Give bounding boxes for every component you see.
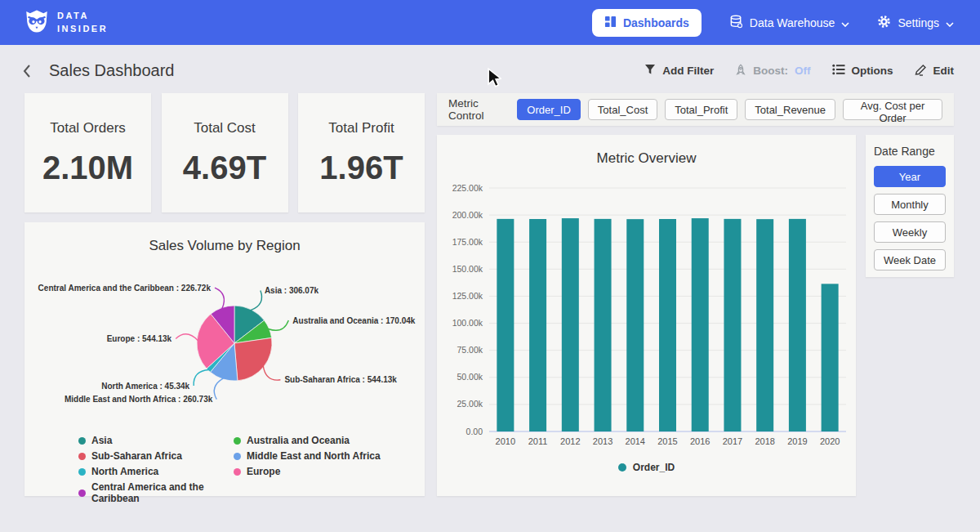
date-range-weekly[interactable]: Weekly — [874, 221, 946, 243]
bar-chart-legend: Order_ID — [437, 462, 856, 473]
kpi-value: 1.96T — [298, 150, 425, 186]
pie-callout-line-sub-saharan-africa — [263, 366, 280, 380]
edit-button[interactable]: Edit — [915, 64, 955, 78]
nav-dashboards-button[interactable]: Dashboards — [592, 9, 702, 37]
add-filter-label: Add Filter — [662, 65, 714, 77]
date-range-year[interactable]: Year — [874, 166, 946, 187]
owl-logo-icon — [24, 9, 49, 37]
back-button[interactable] — [23, 64, 31, 78]
pie-label-asia: Asia : 306.07k — [265, 286, 319, 295]
x-label-2013: 2013 — [593, 436, 612, 446]
pencil-icon — [915, 64, 927, 78]
legend-label: Europe — [247, 466, 280, 477]
list-icon — [832, 64, 845, 78]
legend-label: North America — [91, 466, 158, 477]
y-tick-0.00: 0.00 — [466, 427, 483, 436]
bar-2012[interactable] — [562, 218, 579, 431]
y-tick-200.00k: 200.00k — [452, 210, 483, 220]
pie-label-middle-east-and-north-africa: Middle East and North Africa : 260.73k — [65, 395, 213, 404]
x-label-2011: 2011 — [528, 436, 548, 446]
metric-chip-order-id[interactable]: Order_ID — [517, 99, 580, 120]
top-nav: DATA INSIDER Dashboards — [0, 0, 980, 45]
pie-legend: AsiaSub-Saharan AfricaNorth AmericaCentr… — [24, 430, 425, 504]
page-header: Sales Dashboard Add Filter Boost: Off — [0, 45, 980, 92]
x-label-2016: 2016 — [690, 436, 710, 446]
bar-2020[interactable] — [822, 284, 839, 431]
date-range-monthly[interactable]: Monthly — [874, 194, 946, 215]
bar-2014[interactable] — [626, 219, 644, 431]
y-tick-25.00k: 25.00k — [457, 399, 483, 409]
page-title: Sales Dashboard — [49, 61, 174, 80]
boost-label: Boost: — [753, 65, 788, 77]
legend-dot — [78, 490, 86, 497]
y-tick-100.00k: 100.00k — [452, 318, 483, 328]
pie-chart-card: Sales Volume by Region Asia : 306.07kAus… — [24, 222, 425, 496]
bar-chart-card: Metric Overview 0.0025.00k50.00k75.00k10… — [437, 135, 856, 496]
pie-callout-line-central-america-and-the-caribbean — [215, 288, 224, 309]
nav-data-warehouse-label: Data Warehouse — [750, 16, 835, 29]
options-button[interactable]: Options — [832, 64, 893, 78]
boost-toggle[interactable]: Boost: Off — [735, 64, 810, 78]
nav-settings-button[interactable]: Settings — [877, 15, 954, 31]
add-filter-button[interactable]: Add Filter — [644, 64, 714, 78]
nav-data-warehouse-button[interactable]: Data Warehouse — [729, 15, 850, 31]
bar-chart-title: Metric Overview — [437, 135, 856, 172]
y-tick-225.00k: 225.00k — [452, 183, 483, 193]
legend-dot — [78, 437, 86, 445]
metric-chip-total-revenue[interactable]: Total_Revenue — [745, 99, 835, 120]
bar-2010[interactable] — [497, 219, 514, 431]
dashboard-grid-icon — [604, 16, 617, 30]
kpi-label: Total Orders — [24, 120, 151, 136]
bar-2011[interactable] — [529, 219, 546, 431]
pie-callout-line-north-america — [194, 370, 209, 387]
filter-icon — [644, 64, 656, 78]
kpi-value: 4.69T — [162, 150, 288, 186]
legend-dot — [234, 468, 241, 476]
kpi-value: 2.10M — [24, 150, 151, 186]
bar-2016[interactable] — [692, 218, 709, 431]
bar-2019[interactable] — [789, 219, 806, 431]
edit-label: Edit — [933, 65, 955, 77]
legend-dot — [618, 463, 626, 472]
bar-2015[interactable] — [659, 219, 676, 431]
bar-2013[interactable] — [595, 219, 612, 431]
date-range-panel: Date Range Year Monthly Weekly Week Date — [866, 135, 954, 277]
database-icon — [729, 15, 743, 31]
metric-chip-total-profit[interactable]: Total_Profit — [665, 99, 737, 120]
metric-chip-total-cost[interactable]: Total_Cost — [588, 99, 657, 120]
pie-callout-line-australia-and-oceania — [269, 320, 289, 330]
x-label-2019: 2019 — [787, 436, 807, 446]
kpi-label: Total Cost — [162, 120, 288, 136]
kpi-label: Total Profit — [298, 120, 425, 136]
pie-label-europe: Europe : 544.13k — [107, 334, 172, 343]
metric-chip-avg-cost-per-order[interactable]: Avg. Cost per Order — [843, 99, 942, 120]
pie-chart: Asia : 306.07kAustralia and Oceania : 17… — [24, 259, 425, 427]
legend-item-europe: Europe — [234, 466, 381, 477]
pie-callout-line-europe — [176, 334, 198, 341]
y-tick-125.00k: 125.00k — [452, 291, 483, 301]
legend-label: Order_ID — [633, 462, 675, 473]
boost-value: Off — [795, 65, 811, 77]
legend-label: Sub-Saharan Africa — [91, 450, 182, 462]
legend-item-asia: Asia — [78, 435, 234, 446]
legend-item-sub-saharan-africa: Sub-Saharan Africa — [78, 450, 234, 462]
bar-2017[interactable] — [724, 219, 741, 431]
chevron-down-icon — [946, 16, 954, 29]
x-label-2014: 2014 — [626, 436, 645, 446]
x-label-2010: 2010 — [496, 436, 515, 446]
rocket-icon — [735, 64, 746, 78]
x-label-2017: 2017 — [723, 436, 742, 446]
bar-chart: 0.0025.00k50.00k75.00k100.00k125.00k150.… — [440, 172, 853, 454]
date-range-week-date[interactable]: Week Date — [874, 249, 946, 270]
y-tick-175.00k: 175.00k — [452, 237, 483, 247]
pie-legend-column: Australia and OceaniaMiddle East and Nor… — [234, 435, 381, 504]
pie-label-sub-saharan-africa: Sub-Saharan Africa : 544.13k — [284, 375, 397, 384]
x-label-2012: 2012 — [560, 436, 580, 446]
bar-2018[interactable] — [756, 219, 773, 431]
x-label-2018: 2018 — [755, 436, 774, 446]
x-label-2015: 2015 — [657, 436, 677, 446]
legend-dot — [78, 468, 86, 476]
gear-icon — [877, 15, 891, 31]
legend-label: Asia — [91, 435, 112, 446]
kpi-total-cost: Total Cost 4.69T — [162, 93, 288, 212]
